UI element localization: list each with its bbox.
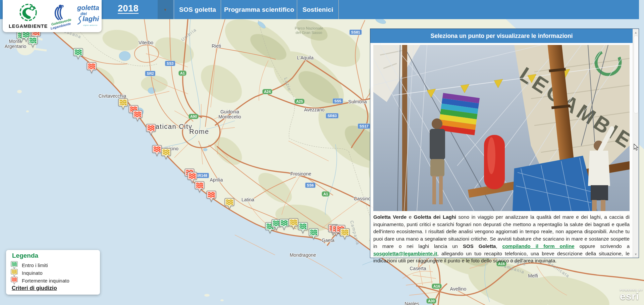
legend-panel: Legenda Entro i limitiInquinatoFortement… — [6, 250, 100, 295]
water-quality-marker-green[interactable] — [309, 228, 319, 240]
water-quality-marker-green[interactable] — [28, 36, 38, 48]
legend-title: Legenda — [12, 252, 38, 259]
water-quality-marker-red[interactable] — [132, 110, 143, 122]
water-quality-marker-red[interactable] — [146, 124, 156, 136]
water-quality-marker-yellow[interactable] — [288, 218, 299, 230]
year-dropdown-toggle[interactable]: ▼ — [158, 0, 173, 19]
paragraph-text: oppure scrivendo a — [575, 243, 630, 249]
laghi-word-3: laghi — [83, 15, 99, 23]
water-quality-marker-yellow[interactable] — [161, 148, 171, 160]
water-quality-marker-yellow[interactable] — [224, 198, 234, 210]
paragraph-text: , — [496, 243, 502, 249]
nav-item-sostienici[interactable]: Sostienici — [297, 0, 339, 19]
legend-items: Entro i limitiInquinatoFortemente inquin… — [11, 261, 69, 285]
powered-by-label: POWERED BY — [620, 289, 644, 292]
legambiente-swan-icon — [7, 3, 50, 23]
laghi-wave-icon — [76, 15, 83, 25]
criteria-link[interactable]: Criteri di giudizio — [12, 285, 57, 291]
legend-item-red: Fortemente inquinato — [11, 277, 69, 285]
red-marker-icon — [11, 276, 18, 285]
water-quality-marker-green[interactable] — [298, 222, 308, 234]
legend-item-yellow: Inquinato — [11, 269, 69, 277]
nav-item-programma-scientifico[interactable]: Programma scientifico — [221, 0, 297, 19]
laghi-word-1: goletta — [77, 4, 99, 12]
water-quality-marker-green[interactable] — [279, 219, 289, 231]
goletta-verde-swan-icon — [50, 3, 68, 21]
legend-item-label: Entro i limiti — [22, 262, 48, 268]
sailboat-photo: LEGAMBIENTE — [373, 45, 630, 211]
caret-down-icon: ▼ — [164, 8, 167, 12]
scroll-down-icon[interactable]: ▼ — [633, 251, 639, 257]
panel-link[interactable]: sosgoletta@legambiente.it — [373, 251, 437, 256]
water-quality-marker-red[interactable] — [195, 181, 205, 193]
paragraph-text: Goletta dei Laghi — [414, 214, 456, 220]
info-panel: Seleziona un punto per visualizzare le i… — [370, 29, 639, 258]
esri-logo: esri — [620, 292, 644, 301]
water-quality-marker-red[interactable] — [206, 191, 216, 203]
legend-item-label: Inquinato — [22, 270, 43, 276]
water-quality-marker-yellow[interactable] — [118, 98, 128, 110]
water-quality-marker-red[interactable] — [87, 62, 97, 74]
water-quality-marker-red[interactable] — [152, 145, 162, 157]
panel-body: LEGAMBIENTE — [370, 43, 633, 258]
logo-box: LEGAMBIENTE Golettaverde Legambiente gol… — [3, 0, 102, 32]
nav-item-sos-goletta[interactable]: SOS goletta — [174, 0, 221, 19]
paragraph-text: SOS Goletta — [463, 243, 496, 249]
esri-attribution: POWERED BY esri — [620, 289, 644, 301]
panel-scrollbar[interactable]: ▲ ▼ — [633, 29, 639, 258]
paragraph-text: Goletta Verde — [373, 214, 407, 220]
water-quality-marker-yellow[interactable] — [340, 228, 350, 240]
laghi-tagline: cigno azzurro — [83, 24, 98, 26]
water-quality-marker-green[interactable] — [73, 48, 83, 60]
panel-paragraph: Goletta Verde e Goletta dei Laghi sono i… — [373, 213, 630, 264]
year-link[interactable]: 2018 — [118, 3, 139, 14]
app-window: Monte ArgentarioViterboRietiL'AquilaCivi… — [0, 0, 644, 305]
legambiente-logo[interactable]: LEGAMBIENTE — [7, 3, 50, 30]
scrollbar-thumb[interactable] — [634, 36, 639, 113]
goletta-dei-laghi-logo[interactable]: goletta dei laghi cigno azzurro — [76, 3, 101, 31]
scroll-up-icon[interactable]: ▲ — [633, 30, 639, 35]
panel-link[interactable]: compilando il form online — [502, 243, 575, 249]
goletta-verde-logo[interactable]: Golettaverde Legambiente — [50, 3, 75, 30]
legend-item-green: Entro i limiti — [11, 261, 69, 269]
legambiente-wordmark: LEGAMBIENTE — [9, 23, 48, 29]
paragraph-text: e — [407, 214, 414, 220]
panel-header: Seleziona un punto per visualizzare le i… — [370, 29, 633, 43]
legend-item-label: Fortemente inquinato — [22, 278, 69, 284]
